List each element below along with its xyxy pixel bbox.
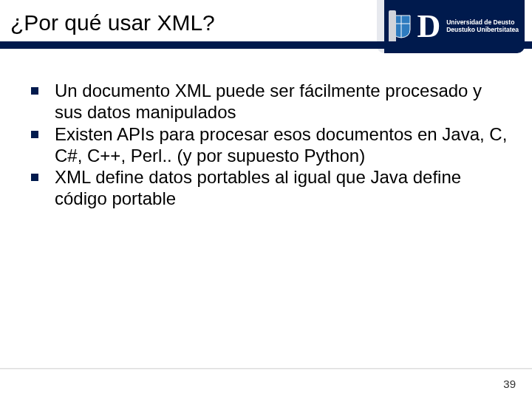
slide: ¿Por qué usar XML? D Universidad de Deus…	[0, 0, 532, 399]
header-divider	[0, 41, 532, 49]
logo-text: Universidad de Deusto Deustuko Unibertsi…	[446, 19, 519, 34]
list-item: Un documento XML puede ser fácilmente pr…	[30, 80, 510, 123]
bullet-list: Un documento XML puede ser fácilmente pr…	[30, 80, 510, 210]
list-item: XML define datos portables al igual que …	[30, 166, 510, 210]
footer-divider	[0, 368, 532, 369]
logo-text-line2: Deustuko Unibertsitatea	[446, 27, 519, 34]
content-area: Un documento XML puede ser fácilmente pr…	[30, 80, 510, 210]
slide-title: ¿Por qué usar XML?	[10, 10, 215, 35]
list-item: Existen APIs para procesar esos document…	[30, 123, 510, 167]
page-number: 39	[503, 378, 516, 390]
logo-letter: D	[417, 10, 440, 43]
